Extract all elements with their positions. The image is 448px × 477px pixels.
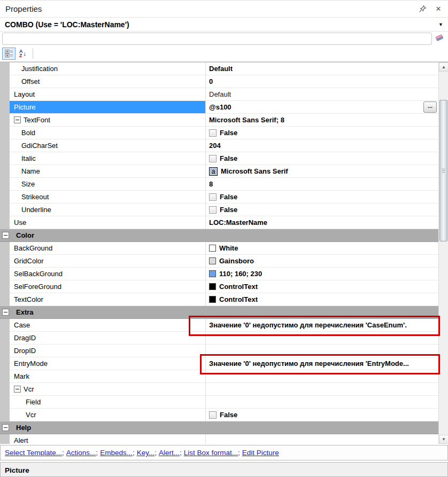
property-name-cell[interactable]: DragID — [10, 332, 206, 345]
property-name-cell[interactable]: Offset — [10, 75, 206, 88]
property-value-cell[interactable]: False — [206, 152, 438, 165]
property-name-cell[interactable]: Justification — [10, 62, 206, 75]
action-link[interactable]: Edit Picture — [242, 449, 279, 457]
property-value-cell[interactable] — [206, 383, 438, 396]
category-row[interactable]: Help — [0, 421, 438, 434]
action-link[interactable]: Embeds... — [100, 449, 133, 457]
property-row: EntryModeЗначение '0' недопустимо для пе… — [0, 357, 438, 370]
collapse-icon[interactable] — [2, 309, 9, 316]
property-name-cell[interactable]: Size — [10, 178, 206, 191]
property-value-cell[interactable]: Gainsboro — [206, 255, 438, 268]
property-name-cell[interactable]: Layout — [10, 88, 206, 101]
color-swatch-icon — [209, 245, 216, 252]
close-icon[interactable]: ✕ — [434, 5, 443, 13]
property-value-cell[interactable]: @s100 — [206, 101, 438, 114]
category-row[interactable]: Extra — [0, 306, 438, 319]
row-gutter — [0, 88, 10, 101]
property-value-cell[interactable]: LOC:MasterName — [206, 216, 438, 229]
property-name-cell[interactable]: Vcr — [10, 383, 206, 396]
control-selector[interactable]: COMBO (Use = 'LOC:MasterName') ▼ — [0, 18, 448, 32]
property-value-cell[interactable]: Microsoft Sans Serif; 8 — [206, 114, 438, 127]
property-name-cell[interactable]: EntryMode — [10, 357, 206, 370]
collapse-icon[interactable] — [2, 424, 9, 431]
property-value-cell[interactable]: ControlText — [206, 280, 438, 293]
property-value-cell[interactable]: Default — [206, 88, 438, 101]
scroll-down-icon[interactable]: ▼ — [439, 435, 448, 444]
property-value-cell[interactable]: Default — [206, 62, 438, 75]
property-value-cell[interactable]: False — [206, 204, 438, 216]
property-value-cell[interactable]: 0 — [206, 75, 438, 88]
vertical-scrollbar[interactable]: ▲ ▼ — [438, 62, 448, 444]
property-name-cell[interactable]: Italic — [10, 152, 206, 165]
checkbox-unchecked-icon[interactable] — [209, 155, 217, 162]
scrollbar-thumb[interactable] — [439, 100, 447, 241]
property-value-cell[interactable]: 204 — [206, 139, 438, 152]
action-link[interactable]: Select Template... — [5, 449, 62, 457]
checkbox-unchecked-icon[interactable] — [209, 193, 217, 201]
property-name-cell[interactable]: Vcr — [10, 409, 206, 421]
property-value-cell[interactable] — [206, 396, 438, 409]
eraser-icon[interactable] — [435, 34, 444, 44]
categorized-view-button[interactable] — [2, 48, 16, 60]
property-value-cell[interactable] — [206, 332, 438, 345]
property-name-cell[interactable]: DropID — [10, 345, 206, 357]
property-row: BackGroundWhite — [0, 242, 438, 255]
property-name-cell[interactable]: Use — [10, 216, 206, 229]
row-gutter — [0, 165, 10, 178]
category-row[interactable]: Color — [0, 229, 438, 242]
property-name-cell[interactable]: Alert — [10, 434, 206, 444]
property-value: 0 — [209, 77, 213, 85]
collapse-icon[interactable] — [2, 232, 9, 239]
property-value-cell[interactable] — [206, 370, 438, 383]
checkbox-unchecked-icon[interactable] — [209, 411, 217, 419]
checkbox-unchecked-icon[interactable] — [209, 129, 217, 137]
expander-icon[interactable] — [14, 386, 21, 393]
property-value-cell[interactable]: Microsoft Sans Serif — [206, 165, 438, 178]
row-gutter — [0, 396, 10, 409]
property-label: Offset — [21, 77, 40, 85]
property-name-cell[interactable]: TextFont — [10, 114, 206, 127]
property-value-cell[interactable]: ControlText — [206, 293, 438, 306]
pin-icon[interactable] — [418, 5, 427, 13]
property-name-cell[interactable]: Strikeout — [10, 191, 206, 204]
property-name-cell[interactable]: Field — [10, 396, 206, 409]
property-value-cell[interactable]: False — [206, 409, 438, 421]
grid-toolbar: AZ ↓ — [0, 45, 448, 62]
property-value-cell[interactable]: Значение '0' недопустимо для перечислени… — [206, 357, 438, 370]
property-value-cell[interactable] — [206, 434, 438, 444]
property-row: StrikeoutFalse — [0, 191, 438, 204]
action-link[interactable]: Key... — [137, 449, 155, 457]
expander-icon[interactable] — [14, 116, 21, 123]
property-name-cell[interactable]: Case — [10, 319, 206, 332]
row-gutter — [0, 357, 10, 370]
property-row: NameMicrosoft Sans Serif — [0, 165, 438, 178]
property-name-cell[interactable]: Picture — [10, 101, 206, 114]
action-link[interactable]: List Box format... — [184, 449, 238, 457]
checkbox-unchecked-icon[interactable] — [209, 206, 217, 214]
property-name-cell[interactable]: Underline — [10, 204, 206, 216]
property-name-cell[interactable]: GdiCharSet — [10, 139, 206, 152]
property-value-cell[interactable]: 110; 160; 230 — [206, 268, 438, 280]
property-name-cell[interactable]: GridColor — [10, 255, 206, 268]
scroll-up-icon[interactable]: ▲ — [439, 62, 448, 72]
action-link[interactable]: Actions... — [66, 449, 96, 457]
property-value-cell[interactable]: 8 — [206, 178, 438, 191]
filter-input[interactable] — [2, 33, 432, 45]
ellipsis-button[interactable] — [423, 101, 437, 113]
property-value-cell[interactable]: False — [206, 127, 438, 139]
property-name-cell[interactable]: TextColor — [10, 293, 206, 306]
chevron-down-icon[interactable]: ▼ — [438, 22, 443, 27]
property-name-cell[interactable]: Name — [10, 165, 206, 178]
property-name-cell[interactable]: SelBackGround — [10, 268, 206, 280]
property-value-cell[interactable] — [206, 345, 438, 357]
property-value-cell[interactable]: Значение '0' недопустимо для перечислени… — [206, 319, 438, 332]
description-panel: Picture — [0, 462, 448, 477]
property-name-cell[interactable]: Mark — [10, 370, 206, 383]
property-value-cell[interactable]: White — [206, 242, 438, 255]
property-name-cell[interactable]: SelForeGround — [10, 280, 206, 293]
alphabetical-sort-button[interactable]: AZ ↓ — [16, 48, 29, 60]
property-name-cell[interactable]: Bold — [10, 127, 206, 139]
property-value-cell[interactable]: False — [206, 191, 438, 204]
property-name-cell[interactable]: BackGround — [10, 242, 206, 255]
action-link[interactable]: Alert... — [159, 449, 180, 457]
